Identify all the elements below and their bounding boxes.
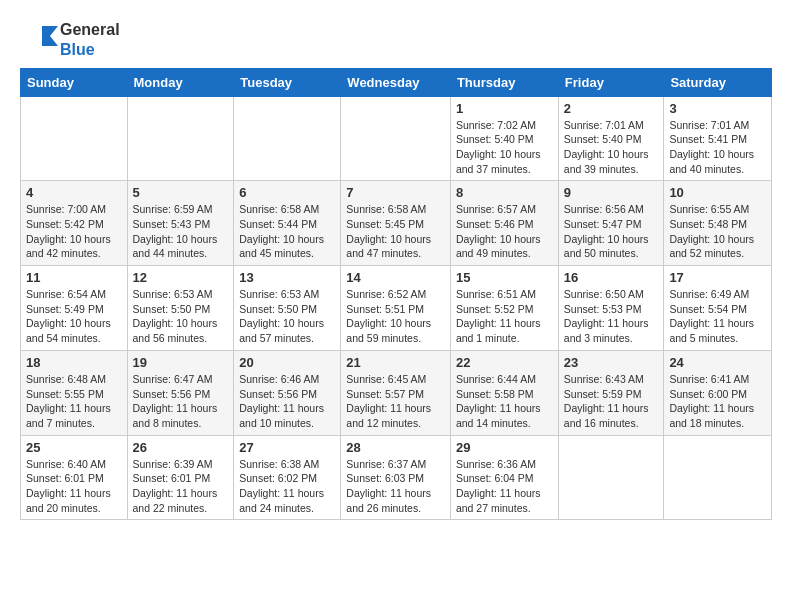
day-number: 4 bbox=[26, 185, 122, 200]
day-info: Sunrise: 6:39 AMSunset: 6:01 PMDaylight:… bbox=[133, 457, 229, 516]
day-number: 9 bbox=[564, 185, 659, 200]
day-info: Sunrise: 6:41 AMSunset: 6:00 PMDaylight:… bbox=[669, 372, 766, 431]
day-number: 29 bbox=[456, 440, 553, 455]
calendar-day-27: 27Sunrise: 6:38 AMSunset: 6:02 PMDayligh… bbox=[234, 435, 341, 520]
calendar-day-15: 15Sunrise: 6:51 AMSunset: 5:52 PMDayligh… bbox=[450, 266, 558, 351]
calendar-day-11: 11Sunrise: 6:54 AMSunset: 5:49 PMDayligh… bbox=[21, 266, 128, 351]
calendar-week-row: 18Sunrise: 6:48 AMSunset: 5:55 PMDayligh… bbox=[21, 350, 772, 435]
weekday-header-monday: Monday bbox=[127, 68, 234, 96]
day-number: 19 bbox=[133, 355, 229, 370]
svg-marker-0 bbox=[42, 26, 58, 46]
calendar-day-9: 9Sunrise: 6:56 AMSunset: 5:47 PMDaylight… bbox=[558, 181, 664, 266]
calendar-day-17: 17Sunrise: 6:49 AMSunset: 5:54 PMDayligh… bbox=[664, 266, 772, 351]
calendar-day-5: 5Sunrise: 6:59 AMSunset: 5:43 PMDaylight… bbox=[127, 181, 234, 266]
day-info: Sunrise: 6:44 AMSunset: 5:58 PMDaylight:… bbox=[456, 372, 553, 431]
calendar-day-20: 20Sunrise: 6:46 AMSunset: 5:56 PMDayligh… bbox=[234, 350, 341, 435]
day-number: 14 bbox=[346, 270, 445, 285]
day-number: 8 bbox=[456, 185, 553, 200]
day-number: 13 bbox=[239, 270, 335, 285]
calendar-empty-cell bbox=[664, 435, 772, 520]
calendar-day-12: 12Sunrise: 6:53 AMSunset: 5:50 PMDayligh… bbox=[127, 266, 234, 351]
day-info: Sunrise: 6:54 AMSunset: 5:49 PMDaylight:… bbox=[26, 287, 122, 346]
calendar-week-row: 4Sunrise: 7:00 AMSunset: 5:42 PMDaylight… bbox=[21, 181, 772, 266]
day-info: Sunrise: 6:38 AMSunset: 6:02 PMDaylight:… bbox=[239, 457, 335, 516]
day-info: Sunrise: 7:02 AMSunset: 5:40 PMDaylight:… bbox=[456, 118, 553, 177]
day-number: 7 bbox=[346, 185, 445, 200]
day-number: 3 bbox=[669, 101, 766, 116]
calendar-day-22: 22Sunrise: 6:44 AMSunset: 5:58 PMDayligh… bbox=[450, 350, 558, 435]
day-info: Sunrise: 6:37 AMSunset: 6:03 PMDaylight:… bbox=[346, 457, 445, 516]
page-header: GeneralBlue bbox=[20, 20, 772, 60]
day-info: Sunrise: 6:47 AMSunset: 5:56 PMDaylight:… bbox=[133, 372, 229, 431]
calendar-week-row: 25Sunrise: 6:40 AMSunset: 6:01 PMDayligh… bbox=[21, 435, 772, 520]
day-number: 18 bbox=[26, 355, 122, 370]
calendar-empty-cell bbox=[558, 435, 664, 520]
weekday-header-row: SundayMondayTuesdayWednesdayThursdayFrid… bbox=[21, 68, 772, 96]
calendar-empty-cell bbox=[21, 96, 128, 181]
weekday-header-thursday: Thursday bbox=[450, 68, 558, 96]
day-info: Sunrise: 6:49 AMSunset: 5:54 PMDaylight:… bbox=[669, 287, 766, 346]
calendar-day-7: 7Sunrise: 6:58 AMSunset: 5:45 PMDaylight… bbox=[341, 181, 451, 266]
calendar-day-16: 16Sunrise: 6:50 AMSunset: 5:53 PMDayligh… bbox=[558, 266, 664, 351]
weekday-header-friday: Friday bbox=[558, 68, 664, 96]
weekday-header-wednesday: Wednesday bbox=[341, 68, 451, 96]
day-number: 28 bbox=[346, 440, 445, 455]
calendar-day-29: 29Sunrise: 6:36 AMSunset: 6:04 PMDayligh… bbox=[450, 435, 558, 520]
day-number: 1 bbox=[456, 101, 553, 116]
day-number: 26 bbox=[133, 440, 229, 455]
day-info: Sunrise: 6:58 AMSunset: 5:45 PMDaylight:… bbox=[346, 202, 445, 261]
day-number: 12 bbox=[133, 270, 229, 285]
calendar-day-28: 28Sunrise: 6:37 AMSunset: 6:03 PMDayligh… bbox=[341, 435, 451, 520]
weekday-header-tuesday: Tuesday bbox=[234, 68, 341, 96]
day-number: 5 bbox=[133, 185, 229, 200]
calendar-day-6: 6Sunrise: 6:58 AMSunset: 5:44 PMDaylight… bbox=[234, 181, 341, 266]
calendar-day-25: 25Sunrise: 6:40 AMSunset: 6:01 PMDayligh… bbox=[21, 435, 128, 520]
calendar-empty-cell bbox=[341, 96, 451, 181]
weekday-header-saturday: Saturday bbox=[664, 68, 772, 96]
day-info: Sunrise: 6:59 AMSunset: 5:43 PMDaylight:… bbox=[133, 202, 229, 261]
day-info: Sunrise: 6:50 AMSunset: 5:53 PMDaylight:… bbox=[564, 287, 659, 346]
weekday-header-sunday: Sunday bbox=[21, 68, 128, 96]
day-info: Sunrise: 7:01 AMSunset: 5:40 PMDaylight:… bbox=[564, 118, 659, 177]
calendar-day-4: 4Sunrise: 7:00 AMSunset: 5:42 PMDaylight… bbox=[21, 181, 128, 266]
day-number: 17 bbox=[669, 270, 766, 285]
calendar-day-13: 13Sunrise: 6:53 AMSunset: 5:50 PMDayligh… bbox=[234, 266, 341, 351]
day-number: 20 bbox=[239, 355, 335, 370]
day-info: Sunrise: 7:00 AMSunset: 5:42 PMDaylight:… bbox=[26, 202, 122, 261]
calendar-day-8: 8Sunrise: 6:57 AMSunset: 5:46 PMDaylight… bbox=[450, 181, 558, 266]
day-number: 2 bbox=[564, 101, 659, 116]
logo: GeneralBlue bbox=[20, 20, 120, 60]
day-info: Sunrise: 6:46 AMSunset: 5:56 PMDaylight:… bbox=[239, 372, 335, 431]
calendar-day-21: 21Sunrise: 6:45 AMSunset: 5:57 PMDayligh… bbox=[341, 350, 451, 435]
calendar-week-row: 1Sunrise: 7:02 AMSunset: 5:40 PMDaylight… bbox=[21, 96, 772, 181]
day-info: Sunrise: 6:55 AMSunset: 5:48 PMDaylight:… bbox=[669, 202, 766, 261]
day-info: Sunrise: 6:53 AMSunset: 5:50 PMDaylight:… bbox=[133, 287, 229, 346]
calendar-day-19: 19Sunrise: 6:47 AMSunset: 5:56 PMDayligh… bbox=[127, 350, 234, 435]
day-number: 27 bbox=[239, 440, 335, 455]
day-number: 22 bbox=[456, 355, 553, 370]
day-number: 16 bbox=[564, 270, 659, 285]
day-info: Sunrise: 6:48 AMSunset: 5:55 PMDaylight:… bbox=[26, 372, 122, 431]
day-number: 10 bbox=[669, 185, 766, 200]
calendar-day-23: 23Sunrise: 6:43 AMSunset: 5:59 PMDayligh… bbox=[558, 350, 664, 435]
logo-svg bbox=[20, 22, 60, 58]
calendar-day-14: 14Sunrise: 6:52 AMSunset: 5:51 PMDayligh… bbox=[341, 266, 451, 351]
day-info: Sunrise: 6:52 AMSunset: 5:51 PMDaylight:… bbox=[346, 287, 445, 346]
calendar-empty-cell bbox=[127, 96, 234, 181]
calendar-day-1: 1Sunrise: 7:02 AMSunset: 5:40 PMDaylight… bbox=[450, 96, 558, 181]
day-info: Sunrise: 6:57 AMSunset: 5:46 PMDaylight:… bbox=[456, 202, 553, 261]
calendar-day-10: 10Sunrise: 6:55 AMSunset: 5:48 PMDayligh… bbox=[664, 181, 772, 266]
calendar-week-row: 11Sunrise: 6:54 AMSunset: 5:49 PMDayligh… bbox=[21, 266, 772, 351]
day-info: Sunrise: 6:43 AMSunset: 5:59 PMDaylight:… bbox=[564, 372, 659, 431]
day-number: 15 bbox=[456, 270, 553, 285]
day-info: Sunrise: 6:56 AMSunset: 5:47 PMDaylight:… bbox=[564, 202, 659, 261]
logo-text: GeneralBlue bbox=[60, 20, 120, 60]
calendar-day-26: 26Sunrise: 6:39 AMSunset: 6:01 PMDayligh… bbox=[127, 435, 234, 520]
calendar-empty-cell bbox=[234, 96, 341, 181]
day-number: 25 bbox=[26, 440, 122, 455]
day-info: Sunrise: 6:53 AMSunset: 5:50 PMDaylight:… bbox=[239, 287, 335, 346]
calendar-day-2: 2Sunrise: 7:01 AMSunset: 5:40 PMDaylight… bbox=[558, 96, 664, 181]
day-info: Sunrise: 6:45 AMSunset: 5:57 PMDaylight:… bbox=[346, 372, 445, 431]
day-number: 23 bbox=[564, 355, 659, 370]
day-info: Sunrise: 6:51 AMSunset: 5:52 PMDaylight:… bbox=[456, 287, 553, 346]
